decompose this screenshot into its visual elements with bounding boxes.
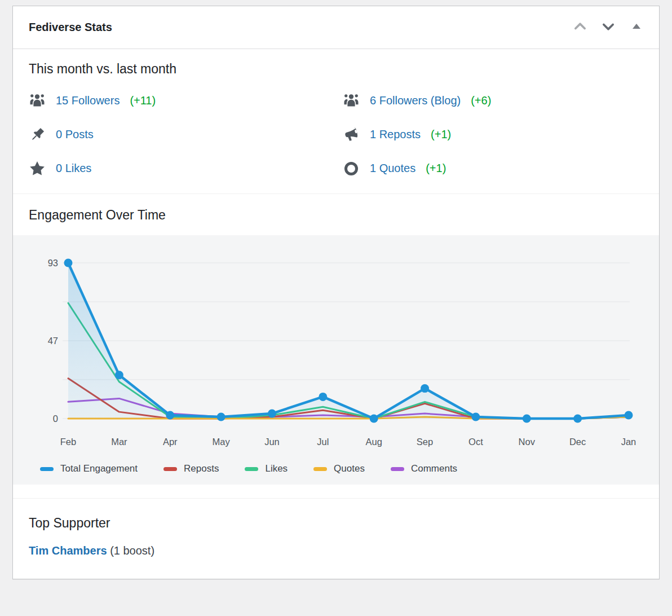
engagement-chart: 93470FebMarAprMayJunJulAugSepOctNovDecJa… <box>13 235 659 456</box>
legend-label-comments: Comments <box>411 463 457 474</box>
data-point-mar <box>115 371 123 379</box>
posts-link[interactable]: 0 Posts <box>56 128 94 141</box>
engagement-heading: Engagement Over Time <box>29 208 643 223</box>
admin-page-background: Fediverse Stats <box>0 0 672 587</box>
top-supporter-link[interactable]: Tim Chambers <box>29 544 107 557</box>
legend-label-likes: Likes <box>265 463 288 474</box>
stat-followers: 15 Followers (+11) <box>29 91 329 110</box>
legend-label-quotes: Quotes <box>334 463 365 474</box>
top-supporter-line: Tim Chambers (1 boost) <box>29 544 643 557</box>
legend-item-reposts[interactable]: Reposts <box>163 463 219 474</box>
quotes-icon <box>343 160 360 177</box>
legend-swatch-comments <box>391 467 404 471</box>
data-point-nov <box>523 415 531 423</box>
data-point-oct <box>471 413 480 421</box>
posts-icon <box>29 126 46 143</box>
widget-header: Fediverse Stats <box>13 6 659 49</box>
chart-legend: Total EngagementRepostsLikesQuotesCommen… <box>13 456 659 474</box>
top-supporter-section: Top Supporter Tim Chambers (1 boost) <box>13 499 659 579</box>
legend-swatch-reposts <box>163 467 177 471</box>
reposts-icon <box>343 126 360 143</box>
data-point-aug <box>370 415 378 423</box>
data-point-jul <box>319 393 327 401</box>
data-point-dec <box>573 415 582 423</box>
legend-item-total-engagement[interactable]: Total Engagement <box>40 463 138 474</box>
followers-delta: (+11) <box>130 94 156 107</box>
likes-link[interactable]: 0 Likes <box>56 162 91 175</box>
data-point-sep <box>421 384 429 393</box>
x-axis-tick-label: Sep <box>417 437 433 447</box>
x-axis-tick-label: Jan <box>621 437 636 447</box>
chevron-up-icon <box>572 19 588 36</box>
x-axis-tick-label: Aug <box>366 437 382 447</box>
move-up-button[interactable] <box>570 17 590 38</box>
triangle-up-icon <box>631 21 642 34</box>
widget-title: Fediverse Stats <box>29 21 112 34</box>
legend-item-quotes[interactable]: Quotes <box>313 463 365 474</box>
followers-icon <box>29 93 46 109</box>
x-axis-tick-label: Apr <box>163 437 178 447</box>
x-axis-tick-label: May <box>213 437 231 447</box>
engagement-chart-panel: 93470FebMarAprMayJunJulAugSepOctNovDecJa… <box>13 235 659 485</box>
month-comparison-section: This month vs. last month 15 Follow <box>13 49 659 193</box>
data-point-apr <box>166 411 174 420</box>
top-supporter-detail: (1 boost) <box>110 544 154 557</box>
data-point-jun <box>268 410 276 418</box>
followers-blog-icon <box>343 93 360 109</box>
reposts-link[interactable]: 1 Reposts <box>370 128 421 141</box>
stat-likes: 0 Likes <box>29 159 329 178</box>
legend-label-reposts: Reposts <box>184 463 219 474</box>
section-gap <box>13 485 659 498</box>
legend-swatch-total-engagement <box>40 467 54 471</box>
move-down-button[interactable] <box>598 17 618 38</box>
fediverse-stats-widget: Fediverse Stats <box>12 6 660 579</box>
followers-blog-delta: (+6) <box>471 94 491 107</box>
x-axis-tick-label: Jul <box>317 437 329 447</box>
legend-swatch-quotes <box>313 467 327 471</box>
x-axis-tick-label: Nov <box>519 437 536 447</box>
chevron-down-icon <box>600 19 616 36</box>
x-axis-tick-label: Mar <box>111 437 127 447</box>
stat-posts: 0 Posts <box>29 125 329 144</box>
x-axis-tick-label: Feb <box>60 437 76 447</box>
stat-quotes: 1 Quotes (+1) <box>343 159 643 178</box>
data-point-may <box>217 413 226 421</box>
legend-item-likes[interactable]: Likes <box>245 463 288 474</box>
likes-icon <box>29 160 46 177</box>
x-axis-tick-label: Dec <box>569 437 586 447</box>
legend-item-comments[interactable]: Comments <box>391 463 457 474</box>
data-point-feb <box>64 259 73 267</box>
quotes-delta: (+1) <box>426 162 446 175</box>
followers-link[interactable]: 15 Followers <box>56 94 120 107</box>
month-comparison-heading: This month vs. last month <box>29 61 643 77</box>
legend-swatch-likes <box>245 467 258 471</box>
y-axis-tick-label: 0 <box>53 413 58 424</box>
stat-reposts: 1 Reposts (+1) <box>343 125 643 144</box>
y-axis-tick-label: 93 <box>48 258 58 268</box>
followers-blog-link[interactable]: 6 Followers (Blog) <box>370 94 461 107</box>
toggle-panel-button[interactable] <box>626 17 647 38</box>
engagement-section: Engagement Over Time <box>13 194 659 235</box>
stat-followers-blog: 6 Followers (Blog) (+6) <box>343 91 643 110</box>
reposts-delta: (+1) <box>431 128 451 141</box>
top-supporter-heading: Top Supporter <box>29 516 643 531</box>
x-axis-tick-label: Oct <box>468 437 483 447</box>
quotes-link[interactable]: 1 Quotes <box>370 162 415 175</box>
x-axis-tick-label: Jun <box>264 437 280 447</box>
data-point-jan <box>625 411 633 420</box>
stats-grid: 15 Followers (+11) 6 Fo <box>29 91 643 181</box>
widget-controls <box>570 17 647 38</box>
legend-label-total-engagement: Total Engagement <box>60 463 138 474</box>
y-axis-tick-label: 47 <box>48 336 58 346</box>
